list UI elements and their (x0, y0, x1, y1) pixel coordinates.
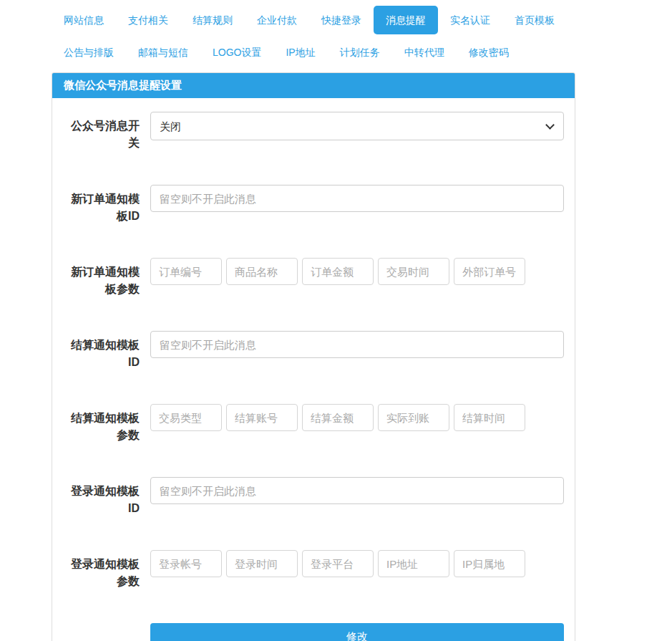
tab-quick-login[interactable]: 快捷登录 (309, 6, 374, 34)
new-order-param-5-input[interactable] (454, 258, 525, 285)
form-row-settlement-params: 结算通知模板参数 (63, 404, 564, 444)
login-param-3-input[interactable] (302, 550, 374, 577)
settlement-param-1-input[interactable] (150, 404, 222, 431)
submit-spacer (63, 623, 150, 641)
tab-announcement-layout[interactable]: 公告与排版 (52, 38, 126, 67)
tab-site-info[interactable]: 网站信息 (52, 6, 116, 34)
login-params-label: 登录通知模板参数 (63, 550, 150, 590)
message-switch-label: 公众号消息开关 (63, 112, 150, 152)
settlement-param-5-input[interactable] (454, 404, 525, 431)
tab-enterprise-payment[interactable]: 企业付款 (245, 6, 309, 34)
settlement-param-3-input[interactable] (302, 404, 374, 431)
form-row-login-params: 登录通知模板参数 (63, 550, 564, 590)
nav-tabs-row2: 公告与排版 邮箱与短信 LOGO设置 IP地址 计划任务 中转代理 修改密码 (52, 38, 581, 67)
form-row-new-order-params: 新订单通知模板参数 (63, 258, 564, 298)
tab-settlement-rules[interactable]: 结算规则 (180, 6, 245, 34)
login-template-id-label: 登录通知模板ID (63, 477, 150, 517)
new-order-param-4-input[interactable] (378, 258, 449, 285)
tab-change-password[interactable]: 修改密码 (457, 38, 521, 67)
new-order-template-id-input[interactable] (150, 185, 564, 212)
tab-payment[interactable]: 支付相关 (116, 6, 180, 34)
form-row-new-order-template-id: 新订单通知模板ID (63, 185, 564, 225)
tab-transit-proxy[interactable]: 中转代理 (392, 38, 457, 67)
settings-page: 网站信息 支付相关 结算规则 企业付款 快捷登录 消息提醒 实名认证 首页模板 … (0, 0, 581, 641)
tab-realname-auth[interactable]: 实名认证 (438, 6, 502, 34)
form-row-submit: 修改 (63, 623, 564, 641)
login-param-2-input[interactable] (226, 550, 298, 577)
new-order-param-3-input[interactable] (302, 258, 374, 285)
tab-homepage-template[interactable]: 首页模板 (502, 6, 567, 34)
tab-ip-address[interactable]: IP地址 (273, 38, 327, 67)
panel-title: 微信公众号消息提醒设置 (52, 73, 575, 98)
form-row-settlement-template-id: 结算通知模板ID (63, 331, 564, 371)
message-switch-select[interactable]: 关闭 (150, 112, 564, 140)
settlement-params-label: 结算通知模板参数 (63, 404, 150, 444)
settlement-param-4-input[interactable] (378, 404, 449, 431)
login-param-5-input[interactable] (454, 550, 525, 577)
tab-message-reminder[interactable]: 消息提醒 (374, 6, 438, 34)
new-order-param-2-input[interactable] (226, 258, 298, 285)
save-button[interactable]: 修改 (150, 623, 564, 641)
new-order-param-1-input[interactable] (150, 258, 222, 285)
login-param-4-input[interactable] (378, 550, 449, 577)
form-row-message-switch: 公众号消息开关 关闭 (63, 112, 564, 152)
nav-tabs-row1: 网站信息 支付相关 结算规则 企业付款 快捷登录 消息提醒 实名认证 首页模板 (52, 6, 581, 34)
login-param-1-input[interactable] (150, 550, 222, 577)
tab-email-sms[interactable]: 邮箱与短信 (126, 38, 200, 67)
tab-scheduled-tasks[interactable]: 计划任务 (328, 38, 392, 67)
panel-body: 公众号消息开关 关闭 新订单通知模板ID (52, 98, 575, 641)
tab-logo-settings[interactable]: LOGO设置 (200, 38, 273, 67)
login-template-id-input[interactable] (150, 477, 564, 504)
wechat-reminder-panel: 微信公众号消息提醒设置 公众号消息开关 关闭 新订单通知模板ID (52, 72, 575, 641)
settlement-param-2-input[interactable] (226, 404, 298, 431)
new-order-params-label: 新订单通知模板参数 (63, 258, 150, 298)
form-row-login-template-id: 登录通知模板ID (63, 477, 564, 517)
settlement-template-id-input[interactable] (150, 331, 564, 358)
new-order-template-id-label: 新订单通知模板ID (63, 185, 150, 225)
settlement-template-id-label: 结算通知模板ID (63, 331, 150, 371)
